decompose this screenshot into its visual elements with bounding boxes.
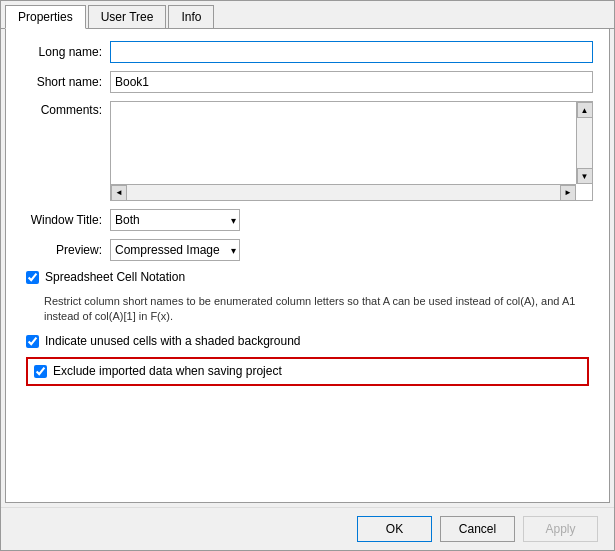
exclude-imported-checkbox[interactable] — [34, 365, 47, 378]
tab-info[interactable]: Info — [168, 5, 214, 28]
preview-dropdown[interactable]: Compressed Image Full Image No Image — [110, 239, 240, 261]
comments-label: Comments: — [22, 101, 102, 117]
short-name-input[interactable] — [110, 71, 593, 93]
exclude-imported-label: Exclude imported data when saving projec… — [53, 363, 282, 380]
properties-panel: Long name: Short name: Comments: ▲ ▼ ◄ — [5, 29, 610, 503]
long-name-input[interactable] — [110, 41, 593, 63]
spreadsheet-cell-subtext: Restrict column short names to be enumer… — [44, 294, 593, 325]
scroll-right-arrow[interactable]: ► — [560, 185, 576, 201]
apply-button: Apply — [523, 516, 598, 542]
scroll-down-arrow[interactable]: ▼ — [577, 168, 593, 184]
window-title-dropdown[interactable]: Both Long name Short name — [110, 209, 240, 231]
ok-button[interactable]: OK — [357, 516, 432, 542]
short-name-label: Short name: — [22, 75, 102, 89]
tab-bar: Properties User Tree Info — [1, 1, 614, 29]
cancel-button[interactable]: Cancel — [440, 516, 515, 542]
preview-dropdown-wrapper: Compressed Image Full Image No Image — [110, 239, 240, 261]
exclude-imported-row: Exclude imported data when saving projec… — [26, 357, 589, 386]
indicate-unused-row: Indicate unused cells with a shaded back… — [26, 333, 593, 350]
short-name-row: Short name: — [22, 71, 593, 93]
indicate-unused-checkbox[interactable] — [26, 335, 39, 348]
preview-row: Preview: Compressed Image Full Image No … — [22, 239, 593, 261]
dialog-window: Properties User Tree Info Long name: Sho… — [0, 0, 615, 551]
window-title-row: Window Title: Both Long name Short name — [22, 209, 593, 231]
comments-textarea[interactable] — [111, 102, 576, 184]
horizontal-scrollbar[interactable]: ◄ ► — [111, 184, 576, 200]
button-row: OK Cancel Apply — [1, 507, 614, 550]
comments-wrapper: ▲ ▼ ◄ ► — [110, 101, 593, 201]
comments-row: Comments: ▲ ▼ ◄ ► — [22, 101, 593, 201]
tab-properties[interactable]: Properties — [5, 5, 86, 29]
preview-label: Preview: — [22, 243, 102, 257]
tab-user-tree[interactable]: User Tree — [88, 5, 167, 28]
indicate-unused-label: Indicate unused cells with a shaded back… — [45, 333, 301, 350]
spreadsheet-cell-checkbox[interactable] — [26, 271, 39, 284]
scroll-left-arrow[interactable]: ◄ — [111, 185, 127, 201]
window-title-dropdown-wrapper: Both Long name Short name — [110, 209, 240, 231]
window-title-label: Window Title: — [22, 213, 102, 227]
vertical-scrollbar[interactable]: ▲ ▼ — [576, 102, 592, 184]
long-name-row: Long name: — [22, 41, 593, 63]
scroll-up-arrow[interactable]: ▲ — [577, 102, 593, 118]
spreadsheet-cell-row: Spreadsheet Cell Notation — [26, 269, 593, 286]
long-name-label: Long name: — [22, 45, 102, 59]
spreadsheet-cell-label: Spreadsheet Cell Notation — [45, 269, 185, 286]
